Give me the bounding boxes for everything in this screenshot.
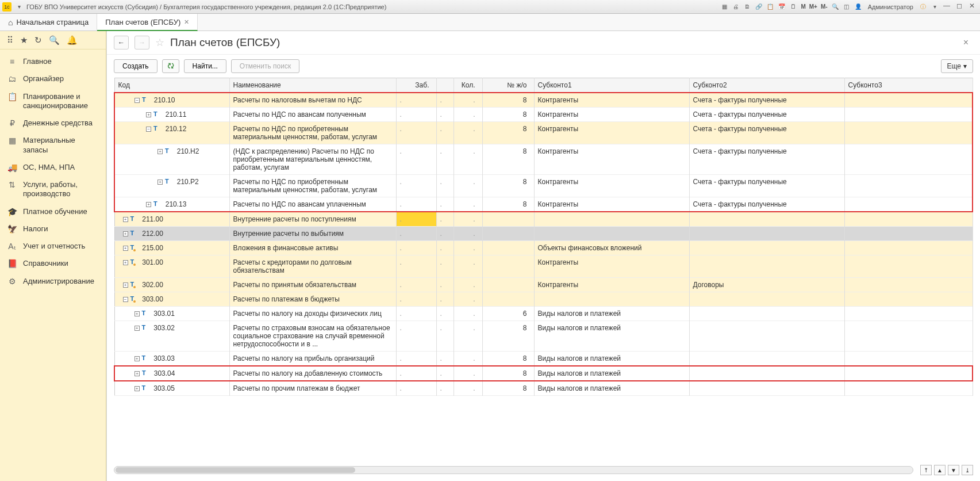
search-icon[interactable]: 🔍	[49, 35, 60, 45]
sidebar-item-1[interactable]: 🗂Органайзер	[0, 70, 106, 87]
windows-icon[interactable]: ◫	[841, 2, 852, 12]
minimize-button[interactable]: —	[941, 2, 952, 12]
sidebar-item-0[interactable]: ≡Главное	[0, 53, 106, 70]
maximize-button[interactable]: ◻	[954, 2, 965, 12]
cell-kol: .	[454, 307, 482, 321]
refresh-button[interactable]: 🗘	[162, 59, 179, 73]
tree-expand-icon[interactable]: +	[123, 283, 128, 288]
table-row[interactable]: +Т303.03Расчеты по налогу на прибыль орг…	[114, 352, 973, 367]
scroll-bottom-button[interactable]: ⤓	[962, 465, 973, 475]
th-blank[interactable]	[436, 78, 454, 93]
doc-icon[interactable]: 🗎	[742, 2, 752, 12]
panel-close-icon[interactable]: ×	[959, 37, 973, 48]
tree-expand-icon[interactable]: +	[157, 149, 163, 154]
tree-expand-icon[interactable]: −	[123, 297, 128, 302]
th-name[interactable]: Наименование	[229, 78, 396, 93]
th-zab[interactable]: Заб.	[396, 78, 436, 93]
tab-home[interactable]: ⌂ Начальная страница	[0, 14, 97, 30]
th-nzo[interactable]: № ж/о	[482, 78, 534, 93]
sidebar-item-2[interactable]: 📋Планирование и санкционирование	[0, 88, 106, 115]
menu-icon[interactable]: ⠿	[7, 35, 13, 45]
info-icon[interactable]: ⓘ	[918, 2, 928, 12]
sidebar-item-6[interactable]: ⇅Услуги, работы, производство	[0, 176, 106, 203]
nav-back-button[interactable]: ←	[114, 36, 129, 49]
dropdown-icon[interactable]: ▾	[14, 2, 24, 12]
th-sub1[interactable]: Субконто1	[534, 78, 689, 93]
tab-active[interactable]: План счетов (ЕПСБУ) ✕	[97, 14, 198, 31]
table-row[interactable]: +Т302.00Расчеты по принятым обязательств…	[114, 278, 973, 292]
zoom-icon[interactable]: 🔍	[830, 2, 840, 12]
sidebar-item-8[interactable]: 🦅Налоги	[0, 220, 106, 238]
table-row[interactable]: +Т210.11Расчеты по НДС по авансам получе…	[114, 108, 973, 122]
cell-sub2: Счета - фактуры полученные	[689, 93, 844, 108]
sidebar-item-11[interactable]: ⚙Администрирование	[0, 273, 106, 290]
table-row[interactable]: +Т210.13Расчеты по НДС по авансам уплаче…	[114, 197, 973, 212]
tree-expand-icon[interactable]: +	[146, 112, 151, 117]
link-icon[interactable]: 🔗	[754, 2, 764, 12]
table-row[interactable]: +Т212.00Внутренние расчеты по выбытиям..…	[114, 227, 973, 241]
table-row[interactable]: +Т303.04Расчеты по налогу на добавленную…	[114, 366, 973, 381]
sidebar-item-3[interactable]: ₽Денежные средства	[0, 114, 106, 132]
tree-expand-icon[interactable]: +	[157, 180, 163, 185]
th-code[interactable]: Код	[114, 78, 229, 93]
nav-fwd-button[interactable]: →	[134, 36, 149, 49]
close-button[interactable]: ✕	[966, 2, 978, 12]
table-row[interactable]: +Т303.05Расчеты по прочим платежам в бюд…	[114, 381, 973, 396]
m-minus-button[interactable]: M-	[820, 3, 829, 10]
tree-expand-icon[interactable]: +	[134, 326, 140, 331]
tree-expand-icon[interactable]: +	[123, 246, 128, 251]
table-row[interactable]: +Т303.01Расчеты по налогу на доходы физи…	[114, 307, 973, 321]
scroll-up-button[interactable]: ▲	[934, 465, 946, 475]
scroll-top-button[interactable]: ⤒	[920, 465, 932, 475]
table-row[interactable]: −Т210.12Расчеты по НДС по приобретенным …	[114, 122, 973, 144]
m-plus-button[interactable]: M+	[808, 3, 818, 10]
sidebar-item-5[interactable]: 🚚ОС, НМА, НПА	[0, 159, 106, 176]
table-row[interactable]: +Т210.Н2(НДС к распределению) Расчеты по…	[114, 144, 973, 175]
find-button[interactable]: Найти...	[184, 59, 226, 73]
cell-kol: .	[454, 292, 482, 307]
info-dropdown[interactable]: ▾	[929, 2, 940, 12]
scroll-down-button[interactable]: ▼	[948, 465, 959, 475]
th-sub2[interactable]: Субконто2	[689, 78, 844, 93]
sidebar-item-10[interactable]: 📕Справочники	[0, 255, 106, 272]
sidebar-item-7[interactable]: 🎓Платное обучение	[0, 203, 106, 220]
tree-expand-icon[interactable]: +	[134, 371, 140, 376]
sidebar-item-4[interactable]: ▦Материальные запасы	[0, 132, 106, 159]
more-button[interactable]: Еще ▾	[941, 59, 973, 73]
tree-expand-icon[interactable]: −	[146, 127, 151, 132]
tree-expand-icon[interactable]: +	[134, 356, 140, 361]
table-row[interactable]: −Т303.00Расчеты по платежам в бюджеты...	[114, 292, 973, 307]
create-button[interactable]: Создать	[114, 59, 157, 73]
history-icon[interactable]: ↻	[34, 35, 42, 45]
copy-icon[interactable]: 📋	[765, 2, 775, 12]
m-button[interactable]: M	[800, 3, 806, 10]
star-icon[interactable]: ★	[20, 35, 28, 45]
print-icon[interactable]: 🖨	[731, 2, 741, 12]
user-label[interactable]: Администратор	[864, 3, 917, 10]
grid-icon[interactable]: ▦	[719, 2, 729, 12]
bell-icon[interactable]: 🔔	[67, 35, 78, 45]
tree-expand-icon[interactable]: +	[134, 311, 140, 316]
cell-sub1: Контрагенты	[534, 108, 689, 122]
calc-icon[interactable]: 🗒	[788, 2, 798, 12]
tree-expand-icon[interactable]: −	[134, 98, 140, 103]
tree-expand-icon[interactable]: +	[134, 386, 140, 391]
tree-expand-icon[interactable]: +	[123, 260, 128, 265]
tree-expand-icon[interactable]: +	[146, 202, 151, 207]
table-row[interactable]: +Т210.Р2Расчеты по НДС по приобретенным …	[114, 175, 973, 197]
table-row[interactable]: +Т303.02Расчеты по страховым взносам на …	[114, 321, 973, 352]
tab-close-icon[interactable]: ✕	[184, 18, 189, 26]
th-kol[interactable]: Кол.	[454, 78, 482, 93]
cell-zab: .	[396, 122, 436, 144]
table-row[interactable]: +Т211.00Внутренние расчеты по поступлени…	[114, 212, 973, 227]
th-sub3[interactable]: Субконто3	[844, 78, 973, 93]
calendar-icon[interactable]: 📅	[777, 2, 787, 12]
sidebar-item-9[interactable]: AₜУчет и отчетность	[0, 238, 106, 255]
table-row[interactable]: +Т301.00Расчеты с кредиторами по долговы…	[114, 255, 973, 278]
tree-expand-icon[interactable]: +	[123, 231, 128, 236]
table-row[interactable]: +Т215.00Вложения в финансовые активы...О…	[114, 241, 973, 255]
horizontal-scrollbar[interactable]	[114, 466, 913, 474]
table-row[interactable]: −Т210.10Расчеты по налоговым вычетам по …	[114, 93, 973, 108]
tree-expand-icon[interactable]: +	[123, 217, 128, 222]
favorite-star-icon[interactable]: ☆	[155, 36, 164, 49]
